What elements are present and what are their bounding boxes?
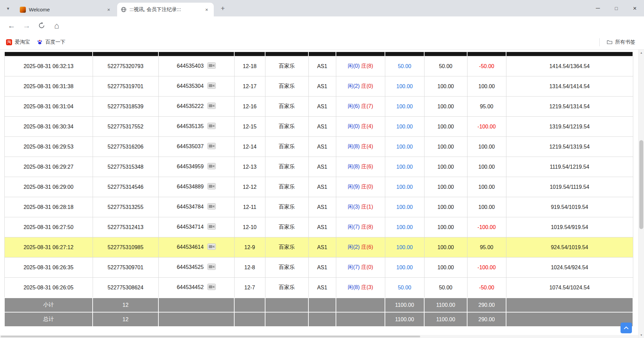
header-stub-cell: [385, 52, 424, 56]
gametype-cell: 百家乐: [265, 56, 308, 76]
bet-cell: 闲(3) 庄(1): [336, 197, 385, 217]
winloss-cell: 100.00: [467, 76, 506, 97]
table-row[interactable]: 2025-08-31 06:30:34 522775317552 6445351…: [4, 117, 633, 137]
table-row[interactable]: 2025-08-31 06:27:12 522775310985 6445346…: [4, 237, 633, 258]
home-button[interactable]: ⌂: [50, 19, 63, 32]
round-cell: 12-11: [234, 197, 265, 217]
tab-welcome[interactable]: Welcome ×: [16, 3, 116, 16]
scroll-down-icon[interactable]: ▼: [639, 332, 644, 338]
vertical-scrollbar-thumb[interactable]: [639, 140, 643, 229]
balance-cell: 924.54/1019.54: [506, 237, 633, 258]
table-header-stub: [4, 52, 633, 56]
game-id: 644535037: [177, 144, 204, 149]
video-icon[interactable]: [207, 243, 216, 251]
tab-close-icon[interactable]: ×: [105, 6, 112, 13]
balance-cell: 1019.54/919.54: [506, 217, 633, 237]
time-cell: 2025-08-31 06:32:13: [4, 56, 93, 76]
tab-close-icon[interactable]: ×: [203, 6, 210, 13]
tab-betrecord[interactable]: :::视讯, 会员下注纪录::: ×: [117, 3, 214, 16]
table-row[interactable]: 2025-08-31 06:32:13 522775320793 6445354…: [4, 56, 633, 76]
table-row[interactable]: 2025-08-31 06:29:27 522775315348 6445349…: [4, 157, 633, 177]
balance-cell: 1024.54/924.54: [506, 258, 633, 278]
bet-banker: 庄(0): [361, 184, 373, 189]
winloss-cell: -100.00: [467, 258, 506, 278]
tablename-cell: AS1: [308, 278, 336, 298]
validamount-cell: 100.00: [424, 177, 467, 197]
betamount-cell: 100.00: [385, 117, 424, 137]
game-id: 644535304: [177, 83, 204, 89]
betamount-cell: 100.00: [385, 217, 424, 237]
game-cell: 644535222: [158, 97, 234, 117]
table-row[interactable]: 2025-08-31 06:31:38 522775319701 6445353…: [4, 76, 633, 97]
footer-empty-cell: [336, 298, 385, 312]
balance-cell: 919.54/1019.54: [506, 197, 633, 217]
tab-search-icon[interactable]: ▾: [3, 4, 13, 13]
video-icon[interactable]: [207, 183, 216, 191]
footer-empty-cell: [308, 298, 336, 312]
reload-button[interactable]: [35, 19, 48, 32]
maximize-button[interactable]: □: [607, 0, 626, 16]
winloss-cell: 95.00: [467, 97, 506, 117]
video-icon[interactable]: [207, 264, 216, 271]
back-to-top-button[interactable]: [621, 323, 632, 333]
video-icon[interactable]: [207, 223, 216, 231]
validamount-cell: 100.00: [424, 117, 467, 137]
bet-banker: 庄(8): [361, 63, 373, 69]
balance-cell: 1119.54/1219.54: [506, 157, 633, 177]
validamount-cell: 50.00: [424, 278, 467, 298]
table-row[interactable]: 2025-08-31 06:28:18 522775313255 6445347…: [4, 197, 633, 217]
balance-cell: 1314.54/1414.54: [506, 76, 633, 97]
bet-banker: 庄(4): [361, 144, 373, 149]
time-cell: 2025-08-31 06:29:00: [4, 177, 93, 197]
footer-bet-amount: 1100.00: [385, 298, 424, 312]
order-cell: 522775308624: [93, 278, 158, 298]
browser-tab-bar: ▾ Welcome × :::视讯, 会员下注纪录::: × + ─ □ ×: [0, 0, 644, 16]
header-stub-cell: [424, 52, 467, 56]
close-window-button[interactable]: ×: [626, 0, 644, 16]
horizontal-scrollbar[interactable]: [0, 335, 638, 338]
game-id: 644535222: [177, 103, 204, 109]
betamount-cell: 100.00: [385, 137, 424, 157]
footer-empty-cell: [506, 312, 633, 327]
video-icon[interactable]: [207, 103, 216, 110]
bet-cell: 闲(2) 庄(6): [336, 237, 385, 258]
table-row[interactable]: 2025-08-31 06:26:35 522775309701 6445345…: [4, 258, 633, 278]
order-cell: 522775315348: [93, 157, 158, 177]
bookmark-taobao[interactable]: 淘 爱淘宝: [3, 37, 33, 48]
forward-button[interactable]: →: [20, 19, 33, 32]
vertical-scrollbar[interactable]: ▲ ▼: [638, 50, 644, 338]
gametype-cell: 百家乐: [265, 97, 308, 117]
table-row[interactable]: 2025-08-31 06:27:50 522775312413 6445347…: [4, 217, 633, 237]
gametype-cell: 百家乐: [265, 177, 308, 197]
video-icon[interactable]: [207, 82, 216, 90]
video-icon[interactable]: [207, 203, 216, 211]
bet-cell: 闲(2) 庄(0): [336, 76, 385, 97]
winloss-cell: -100.00: [467, 217, 506, 237]
bookmark-baidu[interactable]: 百度一下: [33, 37, 69, 48]
betamount-cell: 50.00: [385, 278, 424, 298]
video-icon[interactable]: [207, 62, 216, 70]
time-cell: 2025-08-31 06:27:50: [4, 217, 93, 237]
video-icon[interactable]: [207, 163, 216, 171]
table-row[interactable]: 2025-08-31 06:29:53 522775316206 6445350…: [4, 137, 633, 157]
video-icon[interactable]: [207, 123, 216, 130]
video-icon[interactable]: [207, 284, 216, 291]
order-cell: 522775313255: [93, 197, 158, 217]
table-row[interactable]: 2025-08-31 06:26:05 522775308624 6445344…: [4, 278, 633, 298]
table-row[interactable]: 2025-08-31 06:29:00 522775314546 6445348…: [4, 177, 633, 197]
betamount-cell: 100.00: [385, 197, 424, 217]
winloss-cell: 100.00: [467, 157, 506, 177]
bet-table-body: 2025-08-31 06:32:13 522775320793 6445354…: [4, 56, 633, 298]
horizontal-scrollbar-thumb[interactable]: [1, 336, 420, 337]
winloss-cell: -50.00: [467, 278, 506, 298]
minimize-button[interactable]: ─: [589, 0, 607, 16]
all-bookmarks-button[interactable]: 所有书签: [603, 37, 639, 48]
scroll-up-icon[interactable]: ▲: [639, 50, 644, 55]
table-row[interactable]: 2025-08-31 06:31:04 522775318539 6445352…: [4, 97, 633, 117]
betamount-cell: 100.00: [385, 237, 424, 258]
back-button[interactable]: ←: [5, 19, 18, 32]
gametype-cell: 百家乐: [265, 137, 308, 157]
video-icon[interactable]: [207, 143, 216, 151]
round-cell: 12-18: [234, 56, 265, 76]
new-tab-button[interactable]: +: [218, 4, 228, 13]
